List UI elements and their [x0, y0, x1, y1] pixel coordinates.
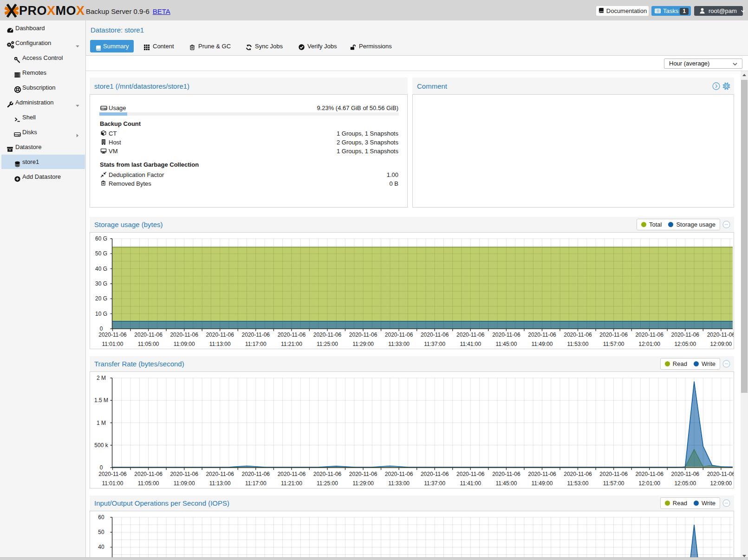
svg-text:2020-11-06: 2020-11-06 [242, 332, 270, 338]
svg-text:2020-11-06: 2020-11-06 [421, 332, 449, 338]
svg-text:12:05:00: 12:05:00 [674, 341, 696, 347]
svg-text:2020-11-06: 2020-11-06 [528, 332, 556, 338]
svg-text:2020-11-06: 2020-11-06 [492, 471, 520, 477]
svg-text:11:49:00: 11:49:00 [532, 341, 553, 347]
svg-text:2020-11-06: 2020-11-06 [707, 332, 734, 338]
svg-text:2020-11-06: 2020-11-06 [98, 471, 127, 477]
svg-text:11:53:00: 11:53:00 [567, 341, 589, 347]
svg-text:2020-11-06: 2020-11-06 [313, 471, 342, 477]
svg-text:2020-11-06: 2020-11-06 [385, 332, 413, 338]
svg-text:11:45:00: 11:45:00 [495, 480, 517, 487]
svg-text:11:21:00: 11:21:00 [281, 341, 302, 347]
svg-text:11:25:00: 11:25:00 [317, 341, 338, 347]
svg-text:10 G: 10 G [95, 311, 107, 317]
svg-text:12:01:00: 12:01:00 [638, 480, 660, 487]
svg-text:2020-11-06: 2020-11-06 [635, 471, 663, 477]
svg-text:11:41:00: 11:41:00 [460, 341, 481, 347]
svg-text:11:13:00: 11:13:00 [209, 341, 231, 347]
svg-text:2020-11-06: 2020-11-06 [635, 332, 663, 338]
svg-text:2020-11-06: 2020-11-06 [564, 332, 592, 338]
svg-text:11:29:00: 11:29:00 [352, 341, 374, 347]
svg-text:11:29:00: 11:29:00 [352, 480, 374, 487]
svg-text:12:05:00: 12:05:00 [674, 480, 696, 487]
svg-text:2020-11-06: 2020-11-06 [599, 471, 628, 477]
svg-text:30 G: 30 G [95, 280, 107, 287]
svg-text:11:05:00: 11:05:00 [138, 341, 159, 347]
svg-text:20 G: 20 G [95, 295, 107, 302]
svg-text:2020-11-06: 2020-11-06 [134, 332, 163, 338]
svg-text:11:13:00: 11:13:00 [209, 480, 231, 487]
svg-text:11:57:00: 11:57:00 [603, 480, 624, 487]
svg-text:11:53:00: 11:53:00 [567, 480, 589, 487]
svg-text:2020-11-06: 2020-11-06 [456, 471, 485, 477]
svg-text:60 G: 60 G [95, 235, 107, 242]
svg-text:11:01:00: 11:01:00 [102, 480, 124, 487]
svg-text:11:41:00: 11:41:00 [460, 480, 481, 487]
svg-text:2020-11-06: 2020-11-06 [349, 471, 377, 477]
svg-text:50: 50 [98, 529, 104, 535]
svg-text:11:09:00: 11:09:00 [174, 480, 195, 487]
svg-text:2020-11-06: 2020-11-06 [242, 471, 270, 477]
svg-text:2020-11-06: 2020-11-06 [134, 471, 163, 477]
svg-text:11:45:00: 11:45:00 [495, 341, 517, 347]
svg-text:2020-11-06: 2020-11-06 [170, 332, 198, 338]
svg-text:2020-11-06: 2020-11-06 [492, 332, 520, 338]
svg-text:0: 0 [100, 326, 103, 332]
svg-text:12:01:00: 12:01:00 [638, 341, 660, 347]
svg-text:2020-11-06: 2020-11-06 [671, 332, 700, 338]
svg-text:2020-11-06: 2020-11-06 [564, 471, 592, 477]
svg-text:2020-11-06: 2020-11-06 [456, 332, 485, 338]
svg-text:500 k: 500 k [94, 442, 108, 449]
svg-text:2 M: 2 M [97, 375, 106, 381]
svg-text:2020-11-06: 2020-11-06 [206, 332, 234, 338]
svg-text:2020-11-06: 2020-11-06 [385, 471, 413, 477]
svg-text:11:37:00: 11:37:00 [424, 480, 445, 487]
svg-text:11:05:00: 11:05:00 [138, 480, 159, 487]
svg-text:40 G: 40 G [95, 266, 107, 272]
svg-text:50 G: 50 G [95, 250, 107, 257]
svg-text:2020-11-06: 2020-11-06 [98, 332, 127, 338]
svg-text:12:09:00: 12:09:00 [710, 480, 732, 487]
svg-text:11:25:00: 11:25:00 [317, 480, 338, 487]
svg-text:11:21:00: 11:21:00 [281, 480, 302, 487]
svg-text:11:49:00: 11:49:00 [532, 480, 553, 487]
svg-text:2020-11-06: 2020-11-06 [313, 332, 342, 338]
svg-text:2020-11-06: 2020-11-06 [671, 471, 700, 477]
svg-text:11:37:00: 11:37:00 [424, 341, 445, 347]
svg-text:60: 60 [98, 514, 104, 521]
svg-text:2020-11-06: 2020-11-06 [278, 471, 306, 477]
svg-text:2020-11-06: 2020-11-06 [421, 471, 449, 477]
svg-text:11:33:00: 11:33:00 [388, 341, 410, 347]
svg-text:11:17:00: 11:17:00 [245, 480, 267, 487]
svg-text:2020-11-06: 2020-11-06 [528, 471, 556, 477]
svg-text:2020-11-06: 2020-11-06 [170, 471, 198, 477]
svg-text:11:09:00: 11:09:00 [174, 341, 195, 347]
svg-text:11:33:00: 11:33:00 [388, 480, 410, 487]
svg-text:1 M: 1 M [97, 420, 106, 426]
svg-text:11:01:00: 11:01:00 [102, 341, 124, 347]
svg-text:40: 40 [98, 544, 104, 550]
svg-text:2020-11-06: 2020-11-06 [278, 332, 306, 338]
svg-text:1.5 M: 1.5 M [94, 397, 108, 404]
svg-text:11:57:00: 11:57:00 [603, 341, 624, 347]
svg-text:2020-11-06: 2020-11-06 [707, 471, 734, 477]
svg-text:2020-11-06: 2020-11-06 [349, 332, 377, 338]
svg-text:2020-11-06: 2020-11-06 [599, 332, 628, 338]
svg-text:12:09:00: 12:09:00 [710, 341, 732, 347]
svg-text:0: 0 [100, 464, 103, 471]
svg-text:2020-11-06: 2020-11-06 [206, 471, 234, 477]
svg-text:11:17:00: 11:17:00 [245, 341, 267, 347]
